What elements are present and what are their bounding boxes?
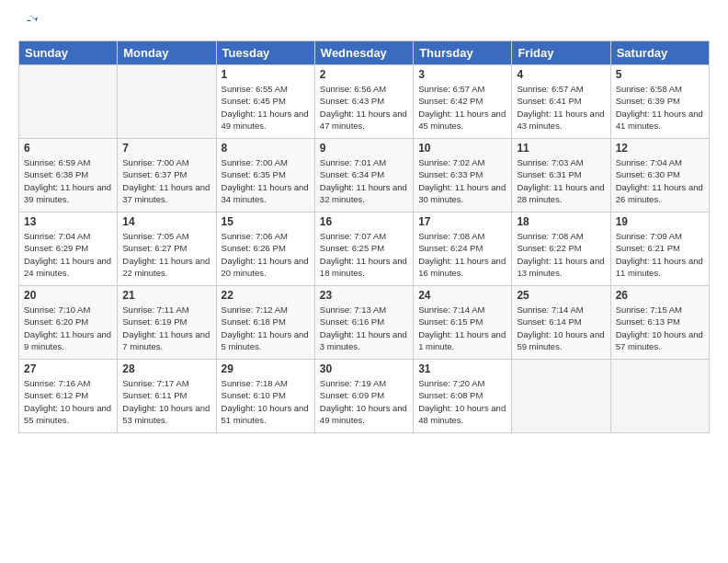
day-info: Sunrise: 7:00 AM Sunset: 6:35 PM Dayligh… bbox=[222, 156, 310, 205]
day-number: 5 bbox=[616, 68, 704, 81]
day-number: 18 bbox=[517, 215, 605, 228]
day-number: 12 bbox=[616, 142, 704, 155]
calendar-cell: 30Sunrise: 7:19 AM Sunset: 6:09 PM Dayli… bbox=[314, 360, 413, 433]
calendar-cell: 6Sunrise: 6:59 AM Sunset: 6:38 PM Daylig… bbox=[19, 139, 118, 213]
calendar-cell bbox=[610, 360, 709, 433]
day-number: 28 bbox=[122, 362, 210, 375]
day-info: Sunrise: 7:13 AM Sunset: 6:16 PM Dayligh… bbox=[320, 304, 408, 352]
calendar-cell: 1Sunrise: 6:55 AM Sunset: 6:45 PM Daylig… bbox=[216, 65, 314, 139]
day-info: Sunrise: 7:03 AM Sunset: 6:31 PM Dayligh… bbox=[517, 156, 605, 205]
calendar-cell: 9Sunrise: 7:01 AM Sunset: 6:34 PM Daylig… bbox=[314, 139, 413, 213]
calendar-cell: 26Sunrise: 7:15 AM Sunset: 6:13 PM Dayli… bbox=[610, 286, 709, 360]
day-info: Sunrise: 7:20 AM Sunset: 6:08 PM Dayligh… bbox=[418, 377, 506, 426]
calendar-cell: 2Sunrise: 6:56 AM Sunset: 6:43 PM Daylig… bbox=[314, 65, 413, 139]
calendar-cell: 4Sunrise: 6:57 AM Sunset: 6:41 PM Daylig… bbox=[512, 65, 610, 139]
day-info: Sunrise: 6:59 AM Sunset: 6:38 PM Dayligh… bbox=[24, 156, 112, 205]
day-number: 22 bbox=[222, 289, 310, 302]
calendar-cell: 21Sunrise: 7:11 AM Sunset: 6:19 PM Dayli… bbox=[118, 286, 216, 360]
day-info: Sunrise: 6:58 AM Sunset: 6:39 PM Dayligh… bbox=[616, 83, 704, 132]
calendar-cell: 20Sunrise: 7:10 AM Sunset: 6:20 PM Dayli… bbox=[19, 286, 118, 360]
day-info: Sunrise: 7:12 AM Sunset: 6:18 PM Dayligh… bbox=[222, 304, 310, 352]
day-number: 26 bbox=[616, 289, 704, 302]
day-info: Sunrise: 7:18 AM Sunset: 6:10 PM Dayligh… bbox=[222, 377, 310, 426]
day-info: Sunrise: 7:06 AM Sunset: 6:26 PM Dayligh… bbox=[222, 230, 310, 279]
calendar-cell: 10Sunrise: 7:02 AM Sunset: 6:33 PM Dayli… bbox=[414, 139, 512, 213]
day-number: 7 bbox=[122, 142, 210, 155]
weekday-header-thursday: Thursday bbox=[414, 41, 512, 65]
calendar-cell: 22Sunrise: 7:12 AM Sunset: 6:18 PM Dayli… bbox=[216, 286, 314, 360]
day-info: Sunrise: 6:57 AM Sunset: 6:41 PM Dayligh… bbox=[517, 83, 605, 132]
day-info: Sunrise: 7:17 AM Sunset: 6:11 PM Dayligh… bbox=[122, 377, 210, 426]
week-row-3: 13Sunrise: 7:04 AM Sunset: 6:29 PM Dayli… bbox=[19, 213, 710, 286]
weekday-header-wednesday: Wednesday bbox=[314, 41, 413, 65]
day-number: 29 bbox=[222, 362, 310, 375]
day-info: Sunrise: 7:08 AM Sunset: 6:24 PM Dayligh… bbox=[418, 230, 506, 279]
week-row-2: 6Sunrise: 6:59 AM Sunset: 6:38 PM Daylig… bbox=[19, 139, 710, 213]
day-info: Sunrise: 7:07 AM Sunset: 6:25 PM Dayligh… bbox=[320, 230, 408, 279]
day-number: 17 bbox=[418, 215, 506, 228]
day-number: 25 bbox=[517, 289, 605, 302]
calendar-cell: 5Sunrise: 6:58 AM Sunset: 6:39 PM Daylig… bbox=[610, 65, 709, 139]
calendar-cell: 13Sunrise: 7:04 AM Sunset: 6:29 PM Dayli… bbox=[19, 213, 118, 286]
day-info: Sunrise: 7:00 AM Sunset: 6:37 PM Dayligh… bbox=[122, 156, 210, 205]
day-info: Sunrise: 7:15 AM Sunset: 6:13 PM Dayligh… bbox=[616, 304, 704, 352]
day-info: Sunrise: 7:01 AM Sunset: 6:34 PM Dayligh… bbox=[320, 156, 408, 205]
day-number: 30 bbox=[320, 362, 408, 375]
calendar-cell bbox=[118, 65, 216, 139]
calendar-cell: 25Sunrise: 7:14 AM Sunset: 6:14 PM Dayli… bbox=[512, 286, 610, 360]
day-number: 6 bbox=[24, 142, 112, 155]
weekday-header-row: SundayMondayTuesdayWednesdayThursdayFrid… bbox=[19, 41, 710, 65]
calendar-cell: 24Sunrise: 7:14 AM Sunset: 6:15 PM Dayli… bbox=[414, 286, 512, 360]
calendar-cell: 19Sunrise: 7:09 AM Sunset: 6:21 PM Dayli… bbox=[610, 213, 709, 286]
weekday-header-tuesday: Tuesday bbox=[216, 41, 314, 65]
day-info: Sunrise: 7:16 AM Sunset: 6:12 PM Dayligh… bbox=[24, 377, 112, 426]
day-number: 21 bbox=[122, 289, 210, 302]
day-number: 8 bbox=[222, 142, 310, 155]
weekday-header-saturday: Saturday bbox=[610, 41, 709, 65]
day-number: 15 bbox=[222, 215, 310, 228]
day-number: 23 bbox=[320, 289, 408, 302]
calendar-cell: 17Sunrise: 7:08 AM Sunset: 6:24 PM Dayli… bbox=[414, 213, 512, 286]
day-number: 16 bbox=[320, 215, 408, 228]
week-row-5: 27Sunrise: 7:16 AM Sunset: 6:12 PM Dayli… bbox=[19, 360, 710, 433]
day-info: Sunrise: 7:04 AM Sunset: 6:30 PM Dayligh… bbox=[616, 156, 704, 205]
day-number: 24 bbox=[418, 289, 506, 302]
calendar-cell bbox=[19, 65, 118, 139]
week-row-1: 1Sunrise: 6:55 AM Sunset: 6:45 PM Daylig… bbox=[19, 65, 710, 139]
day-info: Sunrise: 7:14 AM Sunset: 6:14 PM Dayligh… bbox=[517, 304, 605, 352]
day-number: 4 bbox=[517, 68, 605, 81]
calendar-cell: 31Sunrise: 7:20 AM Sunset: 6:08 PM Dayli… bbox=[414, 360, 512, 433]
day-info: Sunrise: 6:55 AM Sunset: 6:45 PM Dayligh… bbox=[222, 83, 310, 132]
calendar-cell: 8Sunrise: 7:00 AM Sunset: 6:35 PM Daylig… bbox=[216, 139, 314, 213]
day-number: 27 bbox=[24, 362, 112, 375]
day-number: 14 bbox=[122, 215, 210, 228]
day-info: Sunrise: 7:14 AM Sunset: 6:15 PM Dayligh… bbox=[418, 304, 506, 352]
calendar-table: SundayMondayTuesdayWednesdayThursdayFrid… bbox=[18, 40, 710, 433]
day-number: 3 bbox=[418, 68, 506, 81]
day-number: 31 bbox=[418, 362, 506, 375]
calendar-cell: 11Sunrise: 7:03 AM Sunset: 6:31 PM Dayli… bbox=[512, 139, 610, 213]
day-info: Sunrise: 7:10 AM Sunset: 6:20 PM Dayligh… bbox=[24, 304, 112, 352]
calendar-cell: 16Sunrise: 7:07 AM Sunset: 6:25 PM Dayli… bbox=[314, 213, 413, 286]
weekday-header-friday: Friday bbox=[512, 41, 610, 65]
day-number: 19 bbox=[616, 215, 704, 228]
calendar-cell: 28Sunrise: 7:17 AM Sunset: 6:11 PM Dayli… bbox=[118, 360, 216, 433]
weekday-header-sunday: Sunday bbox=[19, 41, 118, 65]
calendar-cell: 18Sunrise: 7:08 AM Sunset: 6:22 PM Dayli… bbox=[512, 213, 610, 286]
calendar-cell: 15Sunrise: 7:06 AM Sunset: 6:26 PM Dayli… bbox=[216, 213, 314, 286]
day-info: Sunrise: 7:09 AM Sunset: 6:21 PM Dayligh… bbox=[616, 230, 704, 279]
calendar-cell: 3Sunrise: 6:57 AM Sunset: 6:42 PM Daylig… bbox=[414, 65, 512, 139]
calendar-cell: 14Sunrise: 7:05 AM Sunset: 6:27 PM Dayli… bbox=[118, 213, 216, 286]
day-info: Sunrise: 7:02 AM Sunset: 6:33 PM Dayligh… bbox=[418, 156, 506, 205]
day-number: 2 bbox=[320, 68, 408, 81]
day-info: Sunrise: 7:11 AM Sunset: 6:19 PM Dayligh… bbox=[122, 304, 210, 352]
day-number: 13 bbox=[24, 215, 112, 228]
page: SundayMondayTuesdayWednesdayThursdayFrid… bbox=[0, 0, 728, 563]
day-info: Sunrise: 7:05 AM Sunset: 6:27 PM Dayligh… bbox=[122, 230, 210, 279]
week-row-4: 20Sunrise: 7:10 AM Sunset: 6:20 PM Dayli… bbox=[19, 286, 710, 360]
day-info: Sunrise: 6:57 AM Sunset: 6:42 PM Dayligh… bbox=[418, 83, 506, 132]
calendar-cell: 27Sunrise: 7:16 AM Sunset: 6:12 PM Dayli… bbox=[19, 360, 118, 433]
day-info: Sunrise: 7:19 AM Sunset: 6:09 PM Dayligh… bbox=[320, 377, 408, 426]
header bbox=[18, 15, 710, 33]
calendar-cell: 23Sunrise: 7:13 AM Sunset: 6:16 PM Dayli… bbox=[314, 286, 413, 360]
